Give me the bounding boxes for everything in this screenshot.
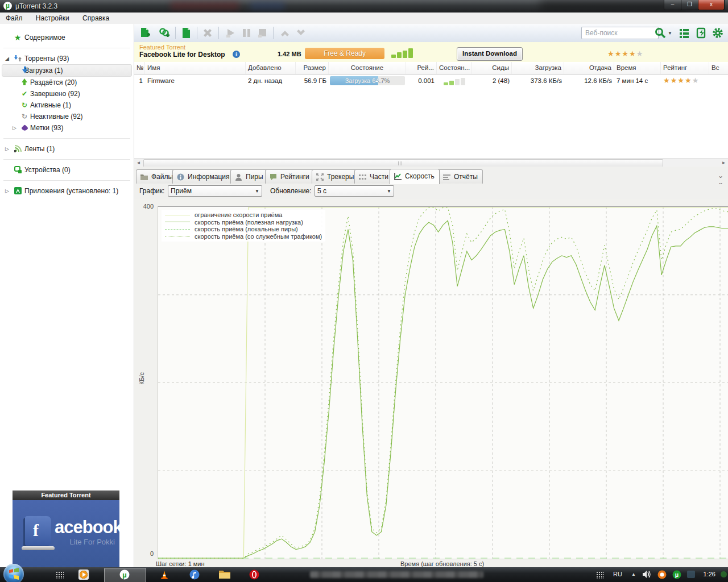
- tabs-overflow-chevron[interactable]: ⌄⌄: [715, 172, 726, 180]
- main-panel: Веб-поиск ▼ Featured Torrent Facebook Li…: [134, 24, 728, 567]
- free-ready-badge: Free & Ready: [305, 48, 384, 59]
- remove-button[interactable]: [201, 27, 214, 39]
- sync-icon: ↻: [20, 101, 28, 109]
- language-indicator[interactable]: RU: [613, 571, 622, 577]
- column-header[interactable]: Рей...: [406, 62, 437, 74]
- horizontal-scrollbar[interactable]: ◄ ►: [134, 158, 728, 167]
- minimize-button[interactable]: –: [664, 0, 681, 10]
- expander-icon[interactable]: ▷: [5, 143, 12, 155]
- legend-entry: скорость приёма (локальные пиры): [165, 226, 322, 233]
- torrent-row[interactable]: 1 Firmware 2 дн. назад 56.9 ГБ Загрузка …: [134, 74, 728, 87]
- volume-icon[interactable]: [643, 570, 652, 580]
- expander-icon[interactable]: ◢: [5, 53, 12, 64]
- clock[interactable]: 1:26: [704, 571, 715, 577]
- progress-bar: Загрузка 64.7% Загрузка 64.7%: [330, 76, 405, 85]
- graph-type-select[interactable]: Приём▼: [168, 185, 262, 197]
- tray-faded-icon[interactable]: [687, 571, 695, 578]
- sidebar-item-active[interactable]: ↻ Активные (1): [0, 99, 134, 111]
- sidebar-item-devices[interactable]: Устройства (0): [0, 164, 134, 176]
- scroll-right-arrow[interactable]: ►: [719, 159, 728, 167]
- menu-settings[interactable]: Настройки: [30, 13, 75, 24]
- column-header[interactable]: Состояние: [329, 62, 406, 74]
- sidebar-item-inactive[interactable]: ↻ Неактивные (92): [0, 111, 134, 122]
- remote-access-icon[interactable]: [695, 27, 708, 39]
- search-dropdown-arrow[interactable]: ▼: [668, 27, 673, 39]
- column-header[interactable]: Отдача: [564, 62, 614, 74]
- featured-torrent-ad[interactable]: Featured Torrent f acebook Lite For Pokk…: [13, 490, 119, 567]
- column-header[interactable]: Рейтинг: [661, 62, 709, 74]
- taskbar-opera-icon[interactable]: [245, 568, 264, 581]
- column-header[interactable]: Состоян...: [437, 62, 472, 74]
- tab-ratings[interactable]: Рейтинги: [265, 169, 315, 184]
- sidebar-item-downloading[interactable]: Загрузка (1): [2, 64, 132, 77]
- column-header[interactable]: Время: [614, 62, 661, 74]
- detail-view-icon[interactable]: [678, 27, 690, 39]
- menu-help[interactable]: Справка: [77, 13, 115, 24]
- facebook-ad-body[interactable]: f acebook Lite For Pokki: [13, 500, 119, 567]
- star-icon: ★: [14, 34, 22, 41]
- taskbar-explorer-icon[interactable]: [215, 568, 234, 581]
- add-torrent-button[interactable]: [139, 27, 151, 39]
- restore-button[interactable]: ❐: [681, 0, 698, 10]
- search-icon[interactable]: [654, 27, 667, 39]
- column-header[interactable]: Размер: [296, 62, 329, 74]
- taskbar-utorrent-icon[interactable]: µ: [115, 568, 134, 581]
- add-url-button[interactable]: [158, 27, 171, 39]
- scroll-left-arrow[interactable]: ◄: [134, 159, 143, 167]
- tab-pieces[interactable]: Части: [354, 169, 394, 184]
- start-button[interactable]: [3, 564, 24, 582]
- tab-info[interactable]: Информация: [172, 169, 234, 184]
- column-header[interactable]: Сиды: [472, 62, 512, 74]
- pause-button[interactable]: [240, 27, 253, 39]
- sidebar-item-completed[interactable]: ✔ Завершено (92): [0, 88, 134, 99]
- apps-icon: [14, 187, 22, 195]
- toolbar: Веб-поиск ▼: [134, 24, 728, 43]
- show-desktop-dots[interactable]: [50, 568, 69, 581]
- health-bars-icon: [391, 48, 414, 58]
- sidebar-item-labels[interactable]: ▷ Метки (93): [0, 122, 134, 134]
- update-select-label: Обновление:: [270, 187, 312, 195]
- tab-speed[interactable]: Скорость: [390, 169, 440, 184]
- search-input[interactable]: Веб-поиск: [581, 27, 659, 39]
- sidebar-item-seeding[interactable]: Раздаётся (20): [0, 77, 134, 88]
- column-header[interactable]: Имя: [145, 62, 246, 74]
- sidebar-item-content[interactable]: ★ Содержимое: [0, 32, 134, 43]
- menu-file[interactable]: Файл: [0, 13, 28, 24]
- expander-icon[interactable]: ▷: [5, 185, 12, 197]
- close-button[interactable]: x: [698, 0, 725, 10]
- start-button[interactable]: [224, 27, 237, 39]
- tab-reports[interactable]: Отчёты: [439, 169, 483, 184]
- column-header[interactable]: №: [134, 62, 145, 74]
- move-up-button[interactable]: [279, 27, 291, 39]
- desktop-smudge: [250, 1, 284, 10]
- y-axis-min-tick: 0: [135, 550, 154, 557]
- column-header[interactable]: Добавлено: [246, 62, 296, 74]
- speed-plot-area: ограничение скорости приёмаскорость приё…: [158, 206, 728, 559]
- move-down-button[interactable]: [295, 27, 307, 39]
- expander-icon[interactable]: ▷: [13, 122, 19, 134]
- column-header[interactable]: Вс: [709, 62, 728, 74]
- chevron-down-icon: ▼: [387, 186, 391, 197]
- facebook-logo-icon: f: [25, 516, 51, 546]
- update-interval-select[interactable]: 5 с▼: [315, 185, 394, 197]
- create-torrent-button[interactable]: [180, 27, 192, 39]
- sidebar-item-torrents[interactable]: ◢ Торренты (93): [0, 53, 134, 64]
- svg-text:µ: µ: [122, 571, 127, 579]
- tab-trackers[interactable]: Трекеры: [312, 169, 359, 184]
- tray-app-orange-icon[interactable]: [657, 570, 667, 580]
- settings-gear-icon[interactable]: [712, 27, 724, 39]
- sync-gray-icon: ↻: [20, 113, 28, 120]
- taskbar-media-player-icon[interactable]: [74, 568, 93, 581]
- info-icon[interactable]: i: [233, 51, 240, 58]
- stop-button[interactable]: [256, 27, 268, 39]
- instant-download-button[interactable]: Instant Download: [457, 47, 523, 61]
- sidebar-item-feeds[interactable]: ▷ Ленты (1): [0, 143, 134, 155]
- tab-peers[interactable]: Пиры: [230, 169, 268, 184]
- show-hidden-icons-arrow[interactable]: ▲: [631, 572, 636, 577]
- tray-utorrent-icon[interactable]: µ: [672, 570, 681, 580]
- taskbar-vlc-icon[interactable]: [155, 568, 174, 581]
- taskbar-itunes-icon[interactable]: [185, 568, 204, 581]
- divider: [3, 180, 130, 181]
- column-header[interactable]: Загрузка: [512, 62, 564, 74]
- sidebar-item-apps[interactable]: ▷ Приложения (установлено: 1): [0, 185, 134, 197]
